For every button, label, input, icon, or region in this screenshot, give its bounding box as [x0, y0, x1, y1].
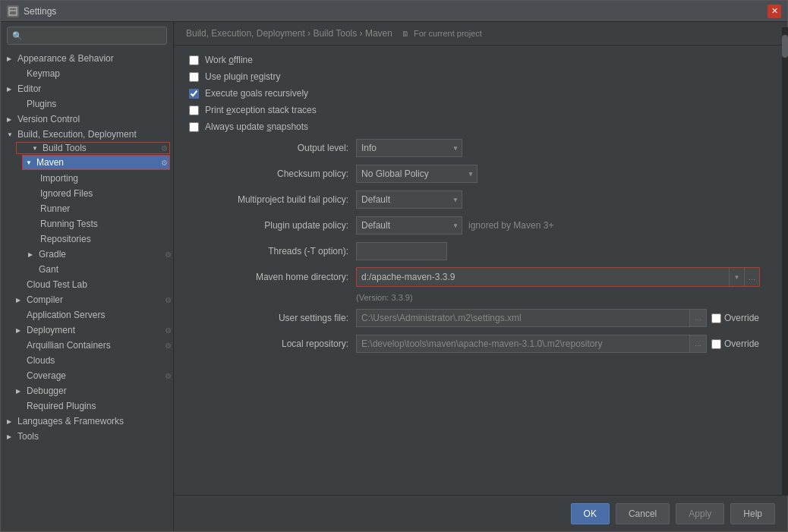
gear-icon: ⚙ — [165, 372, 172, 380]
sidebar-item-gradle[interactable]: ▶ Gradle ⚙ — [1, 247, 173, 262]
window-title: Settings — [24, 6, 768, 17]
close-button[interactable]: ✕ — [768, 5, 781, 18]
print-exception-label: Print exception stack traces — [205, 105, 317, 115]
sidebar-item-required-plugins[interactable]: Required Plugins — [1, 398, 173, 414]
sidebar-item-label: Compiler — [27, 294, 165, 305]
sidebar-item-label: Build Tools — [43, 143, 161, 153]
sidebar-item-repositories[interactable]: Repositories — [1, 231, 173, 247]
sidebar-item-label: Languages & Frameworks — [17, 416, 124, 427]
always-update-row: Always update snapshots — [189, 121, 772, 132]
arrow-icon: ▶ — [7, 55, 14, 62]
scrollbar-thumb — [782, 35, 787, 58]
sidebar-item-appearance[interactable]: ▶ Appearance & Behavior — [1, 51, 173, 66]
work-offline-checkbox[interactable] — [189, 55, 199, 65]
arrow-icon: ▶ — [7, 86, 14, 93]
search-input[interactable] — [26, 30, 162, 41]
sidebar-item-compiler[interactable]: ▶ Compiler ⚙ — [1, 292, 173, 307]
execute-goals-checkbox[interactable] — [189, 89, 199, 99]
dropdown-arrow: ▼ — [452, 145, 459, 152]
ok-button[interactable]: OK — [571, 503, 610, 524]
output-level-control: Info ▼ — [356, 139, 462, 157]
checksum-policy-value: No Global Policy — [361, 168, 429, 179]
sidebar-item-maven[interactable]: ▼ Maven ⚙ — [22, 155, 170, 170]
sidebar-item-label: Maven — [36, 157, 161, 168]
maven-home-row: Maven home directory: ▼ … — [189, 267, 772, 287]
print-exception-checkbox[interactable] — [189, 105, 199, 115]
sidebar-item-languages[interactable]: ▶ Languages & Frameworks — [1, 414, 173, 429]
plugin-update-policy-select[interactable]: Default ▼ — [356, 216, 462, 235]
sidebar-item-clouds[interactable]: Clouds — [1, 353, 173, 368]
checksum-policy-select[interactable]: No Global Policy ▼ — [356, 165, 478, 183]
sidebar-item-build-exec[interactable]: ▼ Build, Execution, Deployment — [1, 127, 173, 142]
sidebar-item-label: Appearance & Behavior — [17, 53, 114, 64]
sidebar-item-label: Running Tests — [40, 219, 98, 229]
use-plugin-registry-checkbox[interactable] — [189, 72, 199, 82]
user-settings-input[interactable] — [356, 309, 690, 327]
threads-input[interactable] — [356, 242, 447, 260]
sidebar-item-editor[interactable]: ▶ Editor — [1, 81, 173, 96]
sidebar-item-label: Cloud Test Lab — [27, 279, 87, 290]
local-repo-override-checkbox[interactable] — [711, 339, 721, 349]
project-icon: 🗎 — [402, 30, 409, 38]
sidebar-item-keymap[interactable]: Keymap — [1, 66, 173, 81]
search-box[interactable]: 🔍 — [7, 27, 167, 45]
threads-control — [356, 242, 447, 260]
sidebar-item-runner[interactable]: Runner — [1, 201, 173, 216]
output-level-select[interactable]: Info ▼ — [356, 139, 462, 157]
sidebar-item-label: Gradle — [39, 249, 165, 260]
multiproject-policy-label: Multiproject build fail policy: — [189, 194, 356, 205]
local-repo-browse-btn[interactable]: … — [690, 335, 707, 353]
plugin-update-policy-row: Plugin update policy: Default ▼ ignored … — [189, 216, 772, 235]
maven-home-input[interactable] — [357, 268, 729, 286]
search-icon: 🔍 — [12, 31, 23, 41]
help-button[interactable]: Help — [730, 503, 775, 524]
sidebar-item-deployment[interactable]: ▶ Deployment ⚙ — [1, 323, 173, 338]
sidebar-item-coverage[interactable]: Coverage ⚙ — [1, 368, 173, 383]
arrow-icon: ▶ — [16, 388, 24, 395]
sidebar-item-running-tests[interactable]: Running Tests — [1, 216, 173, 231]
window-icon — [7, 5, 19, 17]
maven-home-browse-btn[interactable]: … — [744, 268, 759, 286]
sidebar-item-app-servers[interactable]: Application Servers — [1, 307, 173, 323]
maven-home-dropdown-btn[interactable]: ▼ — [729, 268, 744, 286]
local-repo-input[interactable] — [356, 335, 690, 353]
sidebar-item-arquillian[interactable]: Arquillian Containers ⚙ — [1, 338, 173, 353]
sidebar-item-build-tools[interactable]: ▼ Build Tools ⚙ — [16, 142, 170, 154]
sidebar-item-version-control[interactable]: ▶ Version Control — [1, 112, 173, 127]
user-settings-override-checkbox[interactable] — [711, 313, 721, 323]
override-label: Override — [724, 338, 759, 349]
gear-icon: ⚙ — [165, 250, 172, 259]
settings-window: Settings ✕ 🔍 ▶ Appearance & Behavior Key… — [0, 0, 788, 532]
sidebar-item-label: Keymap — [27, 68, 60, 79]
local-repo-control: … Override — [356, 335, 759, 353]
sidebar-item-plugins[interactable]: Plugins — [1, 96, 173, 112]
multiproject-policy-select[interactable]: Default ▼ — [356, 190, 462, 209]
plugin-update-policy-control: Default ▼ ignored by Maven 3+ — [356, 216, 553, 235]
sidebar-item-importing[interactable]: Importing — [1, 171, 173, 186]
for-project-label: 🗎 For current project — [402, 29, 482, 38]
sidebar-item-label: Application Servers — [27, 310, 105, 320]
user-settings-row: User settings file: … Override — [189, 308, 772, 328]
sidebar-item-cloud-test-lab[interactable]: Cloud Test Lab — [1, 277, 173, 292]
gear-icon: ⚙ — [161, 144, 168, 153]
sidebar-item-label: Tools — [17, 431, 39, 442]
always-update-checkbox[interactable] — [189, 122, 199, 132]
cancel-button[interactable]: Cancel — [616, 503, 670, 524]
sidebar-item-gant[interactable]: Gant — [1, 262, 173, 277]
sidebar-item-ignored-files[interactable]: Ignored Files — [1, 186, 173, 201]
ignored-note: ignored by Maven 3+ — [468, 220, 553, 231]
local-repo-label: Local repository: — [189, 338, 356, 349]
user-settings-browse-btn[interactable]: … — [690, 309, 707, 327]
user-settings-control: … Override — [356, 309, 759, 327]
output-level-label: Output level: — [189, 143, 356, 153]
multiproject-policy-row: Multiproject build fail policy: Default … — [189, 190, 772, 209]
svg-rect-0 — [9, 8, 17, 15]
sidebar-item-debugger[interactable]: ▶ Debugger — [1, 383, 173, 398]
sidebar-item-tools[interactable]: ▶ Tools — [1, 429, 173, 444]
use-plugin-registry-label: Use plugin registry — [205, 71, 280, 82]
apply-button[interactable]: Apply — [676, 503, 724, 524]
arrow-icon: ▶ — [28, 251, 36, 258]
gear-icon: ⚙ — [165, 342, 172, 350]
threads-row: Threads (-T option): — [189, 241, 772, 261]
sidebar-item-label: Plugins — [27, 99, 56, 109]
